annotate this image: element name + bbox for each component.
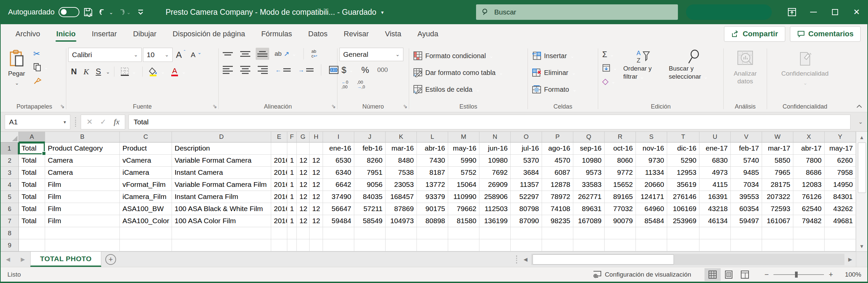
cell-H4[interactable]: 12 [310, 179, 323, 191]
cell-U9[interactable] [700, 239, 731, 251]
cell-G3[interactable]: 12 [297, 167, 310, 179]
cell-D3[interactable]: Instant Camera [172, 167, 271, 179]
cell-T6[interactable]: 106169 [667, 203, 700, 215]
cell-S8[interactable] [636, 227, 667, 239]
align-left-button[interactable] [221, 64, 235, 76]
dialog-launcher-icon[interactable]: ⇘ [213, 104, 217, 109]
collapse-ribbon-button[interactable] [856, 104, 863, 109]
decrease-indent-button[interactable]: ← [273, 64, 293, 76]
cell-R3[interactable]: 9772 [604, 167, 636, 179]
comments-button[interactable]: Comentarios [790, 26, 861, 42]
sheet-tab-active[interactable]: TOTAL PHOTO [30, 252, 101, 267]
format-cells-button[interactable]: Formato ⌄ [530, 82, 579, 97]
decrease-decimal-button[interactable]: ,00→,0 [355, 79, 367, 91]
cell-J9[interactable] [354, 239, 385, 251]
ribbon-tab-inicio[interactable]: Inicio [48, 24, 84, 44]
column-header-P[interactable]: P [542, 132, 573, 142]
cell-H5[interactable]: 12 [310, 191, 323, 203]
cell-F4[interactable]: 1 [287, 179, 297, 191]
scroll-up-icon[interactable]: ▲ [856, 132, 867, 142]
tab-split-grip[interactable] [516, 255, 517, 263]
bold-button[interactable]: N [68, 65, 80, 78]
cell-S3[interactable]: 11334 [636, 167, 667, 179]
column-header-O[interactable]: O [511, 132, 542, 142]
confirm-entry-icon[interactable]: ✓ [100, 118, 106, 127]
cell-F3[interactable]: 1 [287, 167, 297, 179]
cell-Y7[interactable]: 49681 [825, 215, 856, 227]
cell-J5[interactable]: 84035 [354, 191, 385, 203]
cell-Y4[interactable]: 14950 [825, 179, 856, 191]
cell-U5[interactable]: 16391 [700, 191, 731, 203]
cell-F8[interactable] [287, 227, 297, 239]
cell-L6[interactable]: 90175 [417, 203, 448, 215]
column-header-X[interactable]: X [793, 132, 825, 142]
ribbon-tab-archivo[interactable]: Archivo [7, 24, 48, 44]
zoom-slider-handle[interactable] [795, 272, 798, 278]
cell-E2[interactable]: 2016 [271, 154, 287, 167]
column-header-T[interactable]: T [667, 132, 700, 142]
cell-I5[interactable]: 37490 [323, 191, 354, 203]
cell-Y9[interactable] [825, 239, 856, 251]
cell-R6[interactable]: 77032 [604, 203, 636, 215]
select-all-corner[interactable] [1, 132, 19, 142]
cell-G7[interactable]: 12 [297, 215, 310, 227]
align-bottom-button[interactable] [256, 48, 269, 60]
column-header-K[interactable]: K [385, 132, 417, 142]
delete-cells-button[interactable]: Eliminar ⌄ [530, 65, 578, 80]
cell-U8[interactable] [700, 227, 731, 239]
cell-I7[interactable]: 59484 [323, 215, 354, 227]
cell-D1[interactable]: Description [172, 142, 271, 154]
column-header-H[interactable]: H [310, 132, 323, 142]
cell-W7[interactable]: 161067 [762, 215, 793, 227]
cell-T7[interactable]: 253969 [667, 215, 700, 227]
cell-N2[interactable]: 10980 [479, 154, 511, 167]
cell-S7[interactable]: 85484 [636, 215, 667, 227]
cell-A2[interactable]: Total [19, 154, 45, 167]
cell-P7[interactable]: 98235 [542, 215, 573, 227]
cell-D4[interactable]: Variable Format Camera Film [172, 179, 271, 191]
cell-X8[interactable] [793, 227, 825, 239]
cell-U4[interactable]: 4115 [700, 179, 731, 191]
cell-P3[interactable]: 6087 [542, 167, 573, 179]
cell-H8[interactable] [310, 227, 323, 239]
font-size-combo[interactable]: 10⌄ [143, 48, 173, 62]
ribbon-tab-ayuda[interactable]: Ayuda [409, 24, 446, 44]
cell-T5[interactable]: 276146 [667, 191, 700, 203]
cell-W9[interactable] [762, 239, 793, 251]
close-button[interactable]: ✕ [846, 0, 867, 24]
column-header-W[interactable]: W [762, 132, 793, 142]
cell-T2[interactable]: 5290 [667, 154, 700, 167]
cell-R9[interactable] [604, 239, 636, 251]
autosave-toggle[interactable] [59, 7, 80, 17]
percent-format-button[interactable]: % [359, 64, 371, 76]
column-header-M[interactable]: M [448, 132, 479, 142]
cell-Q2[interactable]: 10980 [573, 154, 604, 167]
cell-U7[interactable]: 46134 [700, 215, 731, 227]
row-header-1[interactable]: 1 [1, 142, 19, 154]
cell-F5[interactable]: 1 [287, 191, 297, 203]
column-header-R[interactable]: R [604, 132, 636, 142]
cell-O4[interactable]: 11357 [511, 179, 542, 191]
cell-B2[interactable]: Camera [45, 154, 120, 167]
orientation-button[interactable]: ab ↗ ⌄ [273, 48, 298, 60]
row-header-8[interactable]: 8 [1, 227, 19, 239]
increase-indent-button[interactable]: → [296, 64, 316, 76]
cell-Q8[interactable] [573, 227, 604, 239]
cell-N3[interactable]: 7692 [479, 167, 511, 179]
scroll-left-icon[interactable]: ◀ [520, 254, 531, 265]
cell-A1[interactable]: Total [19, 142, 45, 154]
column-header-U[interactable]: U [700, 132, 731, 142]
cell-U3[interactable]: 4973 [700, 167, 731, 179]
cell-V5[interactable]: 39553 [731, 191, 762, 203]
cell-O5[interactable]: 52297 [511, 191, 542, 203]
cell-B7[interactable]: Film [45, 215, 120, 227]
cell-J1[interactable]: feb-16 [354, 142, 385, 154]
cell-G5[interactable]: 12 [297, 191, 310, 203]
cell-X6[interactable]: 62540 [793, 203, 825, 215]
cell-P6[interactable]: 74108 [542, 203, 573, 215]
cell-C2[interactable]: vCamera [120, 154, 172, 167]
cell-J3[interactable]: 7951 [354, 167, 385, 179]
row-header-5[interactable]: 5 [1, 191, 19, 203]
horizontal-scroll-thumb[interactable] [533, 254, 674, 264]
cell-B1[interactable]: Product Category [45, 142, 120, 154]
